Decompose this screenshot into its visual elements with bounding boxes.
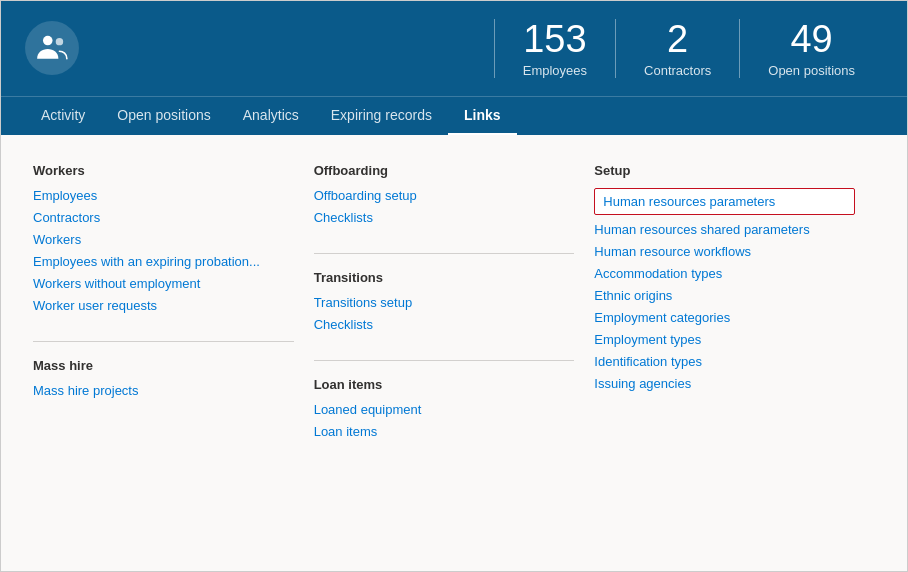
link-item-employment-types[interactable]: Employment types bbox=[594, 332, 855, 347]
link-item-human-resource-workflows[interactable]: Human resource workflows bbox=[594, 244, 855, 259]
link-item-ethnic-origins[interactable]: Ethnic origins bbox=[594, 288, 855, 303]
section-divider bbox=[33, 341, 294, 342]
link-item-workers-without-employment[interactable]: Workers without employment bbox=[33, 276, 294, 291]
stat-number: 153 bbox=[523, 19, 586, 61]
section-title: Mass hire bbox=[33, 358, 294, 373]
stat-number: 2 bbox=[667, 19, 688, 61]
section-title: Workers bbox=[33, 163, 294, 178]
link-item-checklists[interactable]: Checklists bbox=[314, 317, 575, 332]
links-column-1: OffboardingOffboarding setupChecklistsTr… bbox=[314, 163, 595, 467]
link-item-loaned-equipment[interactable]: Loaned equipment bbox=[314, 402, 575, 417]
link-item-loan-items[interactable]: Loan items bbox=[314, 424, 575, 439]
app-frame: 153 Employees 2 Contractors 49 Open posi… bbox=[0, 0, 908, 572]
nav-item-open-positions[interactable]: Open positions bbox=[101, 97, 226, 135]
section-divider bbox=[314, 360, 575, 361]
stat-label: Employees bbox=[523, 63, 587, 78]
link-item-mass-hire-projects[interactable]: Mass hire projects bbox=[33, 383, 294, 398]
link-item-contractors[interactable]: Contractors bbox=[33, 210, 294, 225]
link-item-transitions-setup[interactable]: Transitions setup bbox=[314, 295, 575, 310]
section-divider bbox=[314, 253, 575, 254]
link-item-employment-categories[interactable]: Employment categories bbox=[594, 310, 855, 325]
links-grid: WorkersEmployeesContractorsWorkersEmploy… bbox=[33, 163, 875, 467]
section-workers: WorkersEmployeesContractorsWorkersEmploy… bbox=[33, 163, 294, 313]
section-title: Transitions bbox=[314, 270, 575, 285]
link-item-issuing-agencies[interactable]: Issuing agencies bbox=[594, 376, 855, 391]
people-icon bbox=[35, 31, 69, 65]
section-mass-hire: Mass hireMass hire projects bbox=[33, 358, 294, 398]
link-item-identification-types[interactable]: Identification types bbox=[594, 354, 855, 369]
link-item-employees[interactable]: Employees bbox=[33, 188, 294, 203]
link-item-human-resources-shared-parameters[interactable]: Human resources shared parameters bbox=[594, 222, 855, 237]
nav-item-activity[interactable]: Activity bbox=[25, 97, 101, 135]
section-title: Setup bbox=[594, 163, 855, 178]
stat-label: Open positions bbox=[768, 63, 855, 78]
section-title: Loan items bbox=[314, 377, 575, 392]
section-offboarding: OffboardingOffboarding setupChecklists bbox=[314, 163, 575, 225]
nav-item-links[interactable]: Links bbox=[448, 97, 517, 135]
stat-label: Contractors bbox=[644, 63, 711, 78]
section-setup: SetupHuman resources parametersHuman res… bbox=[594, 163, 855, 391]
link-item-worker-user-requests[interactable]: Worker user requests bbox=[33, 298, 294, 313]
section-loan-items: Loan itemsLoaned equipmentLoan items bbox=[314, 377, 575, 439]
link-item-accommodation-types[interactable]: Accommodation types bbox=[594, 266, 855, 281]
svg-point-0 bbox=[43, 36, 53, 46]
nav-item-analytics[interactable]: Analytics bbox=[227, 97, 315, 135]
section-transitions: TransitionsTransitions setupChecklists bbox=[314, 270, 575, 332]
section-title: Offboarding bbox=[314, 163, 575, 178]
stat-item: 153 Employees bbox=[494, 19, 615, 78]
nav-item-expiring-records[interactable]: Expiring records bbox=[315, 97, 448, 135]
links-column-2: SetupHuman resources parametersHuman res… bbox=[594, 163, 875, 467]
stat-item: 49 Open positions bbox=[739, 19, 883, 78]
app-icon bbox=[25, 21, 79, 75]
highlighted-link-human-resources-parameters[interactable]: Human resources parameters bbox=[594, 188, 855, 215]
stats-container: 153 Employees 2 Contractors 49 Open posi… bbox=[494, 19, 883, 78]
link-item-workers[interactable]: Workers bbox=[33, 232, 294, 247]
nav-bar: ActivityOpen positionsAnalyticsExpiring … bbox=[1, 96, 907, 135]
header: 153 Employees 2 Contractors 49 Open posi… bbox=[1, 1, 907, 96]
svg-point-1 bbox=[56, 38, 63, 45]
links-column-0: WorkersEmployeesContractorsWorkersEmploy… bbox=[33, 163, 314, 467]
stat-item: 2 Contractors bbox=[615, 19, 739, 78]
link-item-employees-with-an-expiring-probation-[interactable]: Employees with an expiring probation... bbox=[33, 254, 294, 269]
links-content: WorkersEmployeesContractorsWorkersEmploy… bbox=[1, 135, 907, 571]
link-item-checklists[interactable]: Checklists bbox=[314, 210, 575, 225]
stat-number: 49 bbox=[790, 19, 832, 61]
link-item-offboarding-setup[interactable]: Offboarding setup bbox=[314, 188, 575, 203]
